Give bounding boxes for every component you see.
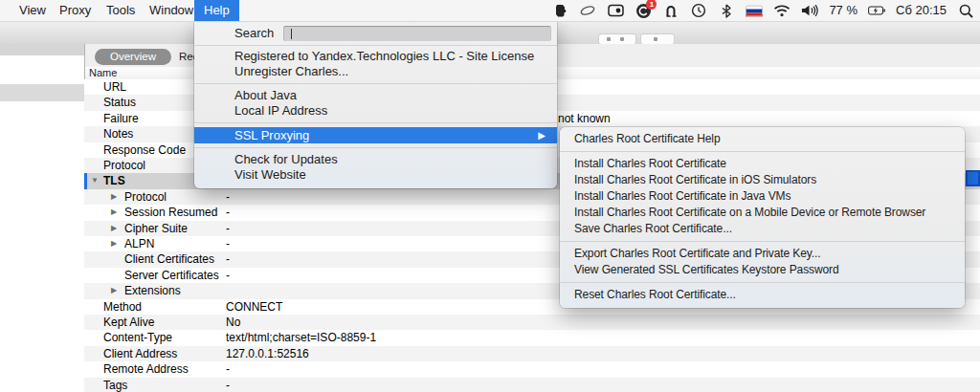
row-label: Tags	[103, 378, 127, 392]
screen-recorder-icon[interactable]	[607, 2, 624, 19]
help-menu-item-unregister-charles[interactable]: Unregister Charles...	[194, 64, 557, 79]
table-header-name: Name	[85, 67, 117, 78]
battery-charging-icon[interactable]	[868, 2, 885, 19]
help-menu-item-local-ip-address[interactable]: Local IP Address	[194, 103, 557, 119]
row-label: Server Certificates	[124, 268, 219, 283]
row-selection-strip	[84, 173, 87, 188]
menu-separator	[560, 241, 965, 242]
row-value: No	[226, 315, 240, 330]
status-text[interactable]: Сб 20:15	[896, 0, 947, 21]
ssl-submenu-item-install-charles-root-certificate-on-a-mobile-device-or-remote-browser[interactable]: Install Charles Root Certificate on a Mo…	[560, 205, 965, 221]
row-value: -	[226, 205, 230, 220]
spotlight-icon[interactable]	[957, 2, 974, 19]
row-value: text/html;charset=ISO-8859-1	[226, 330, 376, 345]
desktop-screen: ViewProxyToolsWindowHelp 177 %Сб 20:15 O…	[0, 0, 980, 392]
expand-triangle-icon[interactable]: ▶	[111, 221, 117, 236]
row-label: Extensions	[124, 283, 181, 298]
search-input[interactable]	[283, 26, 551, 41]
tls-row-selection-fragment	[966, 170, 980, 186]
row-label: Failure	[103, 111, 139, 126]
row-label: Protocol	[103, 158, 145, 173]
row-value: CONNECT	[226, 299, 282, 315]
text-caret	[291, 29, 292, 39]
menu-separator	[194, 147, 557, 148]
menu-separator	[194, 122, 557, 123]
help-menu-item-visit-website[interactable]: Visit Website	[194, 167, 557, 183]
row-label: Cipher Suite	[124, 221, 188, 236]
row-label: Method	[103, 299, 142, 315]
menu-separator	[560, 282, 965, 283]
help-menu-item-about-java[interactable]: About Java	[194, 88, 557, 103]
row-label: ALPN	[124, 236, 154, 251]
menu-separator	[194, 83, 557, 84]
ssl-submenu-item-export-charles-root-certificate-and-private-key[interactable]: Export Charles Root Certificate and Priv…	[560, 246, 965, 262]
collapse-triangle-icon[interactable]: ▼	[91, 173, 99, 188]
magnet-icon[interactable]	[662, 2, 679, 19]
row-label: Client Certificates	[124, 251, 214, 267]
help-menu-item-registered-to-yandex-technologies-llc-site-license[interactable]: Registered to Yandex.Technologies LLC - …	[194, 49, 557, 64]
leaf-icon[interactable]	[579, 2, 596, 19]
row-label: TLS	[103, 173, 125, 188]
status-text[interactable]: 77 %	[829, 0, 858, 21]
time-machine-icon[interactable]	[690, 2, 707, 19]
menubar-item-help[interactable]: Help	[194, 0, 239, 21]
row-value: -	[226, 268, 230, 283]
jug-icon[interactable]	[551, 2, 568, 19]
row-label: Kept Alive	[103, 315, 154, 330]
row-value: not known	[558, 111, 611, 126]
ssl-proxying-submenu: Charles Root Certificate HelpInstall Cha…	[560, 127, 965, 308]
ssl-submenu-item-install-charles-root-certificate-in-java-vms[interactable]: Install Charles Root Certificate in Java…	[560, 188, 965, 205]
ssl-submenu-item-reset-charles-root-certificate[interactable]: Reset Charles Root Certificate...	[560, 287, 965, 303]
table-row-tags[interactable]: Tags-	[84, 378, 980, 392]
bluetooth-icon[interactable]	[718, 2, 735, 19]
help-menu-item-ssl-proxying[interactable]: SSL Proxying▶	[194, 127, 557, 143]
row-label: Response Code	[103, 142, 186, 158]
expand-triangle-icon[interactable]: ▶	[111, 236, 117, 251]
row-value: -	[226, 361, 230, 377]
row-label: Protocol	[124, 189, 167, 205]
menubar-item-proxy[interactable]: Proxy	[50, 0, 100, 21]
volume-icon[interactable]	[801, 2, 818, 19]
charles-proxy-icon[interactable]: 1	[635, 2, 652, 19]
row-value: 127.0.0.1:52516	[226, 346, 309, 361]
menu-separator	[194, 45, 557, 46]
row-label: Remote Address	[103, 361, 189, 377]
help-dropdown-menu: SearchRegistered to Yandex.Technologies …	[194, 21, 557, 188]
expand-triangle-icon[interactable]: ▶	[111, 189, 117, 205]
row-label: URL	[103, 79, 126, 95]
ssl-submenu-item-charles-root-certificate-help[interactable]: Charles Root Certificate Help	[560, 131, 965, 147]
menu-separator	[560, 151, 965, 152]
row-label: Status	[103, 95, 136, 110]
row-value: -	[226, 378, 230, 392]
expand-triangle-icon[interactable]: ▶	[111, 205, 117, 220]
menu-bar-status-area: 177 %Сб 20:15	[551, 0, 974, 21]
menubar-item-tools[interactable]: Tools	[97, 0, 145, 21]
row-label: Session Resumed	[124, 205, 217, 220]
flag-ru-icon[interactable]	[746, 2, 763, 19]
table-row-remote-address[interactable]: Remote Address-	[84, 361, 980, 377]
table-row-client-address[interactable]: Client Address127.0.0.1:52516	[84, 346, 980, 361]
row-value: -	[226, 236, 230, 251]
row-label: Notes	[103, 126, 133, 142]
row-label: Client Address	[103, 346, 177, 361]
menubar-item-view[interactable]: View	[10, 0, 56, 21]
row-value: -	[226, 221, 230, 236]
session-tree-pane	[0, 55, 84, 392]
tab-overview[interactable]: Overview	[95, 49, 171, 65]
row-label: Content-Type	[103, 330, 172, 345]
table-row-kept-alive[interactable]: Kept AliveNo	[84, 315, 980, 330]
search-label: Search	[234, 26, 274, 40]
help-menu-item-check-for-updates[interactable]: Check for Updates	[194, 152, 557, 167]
ssl-submenu-item-install-charles-root-certificate[interactable]: Install Charles Root Certificate	[560, 156, 965, 172]
wifi-icon[interactable]	[773, 2, 791, 19]
session-selected-row[interactable]	[0, 84, 84, 101]
row-value: -	[226, 189, 230, 205]
table-row-content-type[interactable]: Content-Typetext/html;charset=ISO-8859-1	[84, 330, 980, 345]
ssl-submenu-item-save-charles-root-certificate[interactable]: Save Charles Root Certificate...	[560, 221, 965, 237]
submenu-arrow-icon: ▶	[538, 127, 546, 143]
ssl-submenu-item-install-charles-root-certificate-in-ios-simulators[interactable]: Install Charles Root Certificate in iOS …	[560, 172, 965, 188]
expand-triangle-icon[interactable]: ▶	[111, 283, 117, 298]
row-value: -	[226, 251, 230, 267]
help-search-row: Search	[194, 24, 557, 42]
ssl-submenu-item-view-generated-ssl-certificates-keystore-password[interactable]: View Generated SSL Certificates Keystore…	[560, 262, 965, 278]
